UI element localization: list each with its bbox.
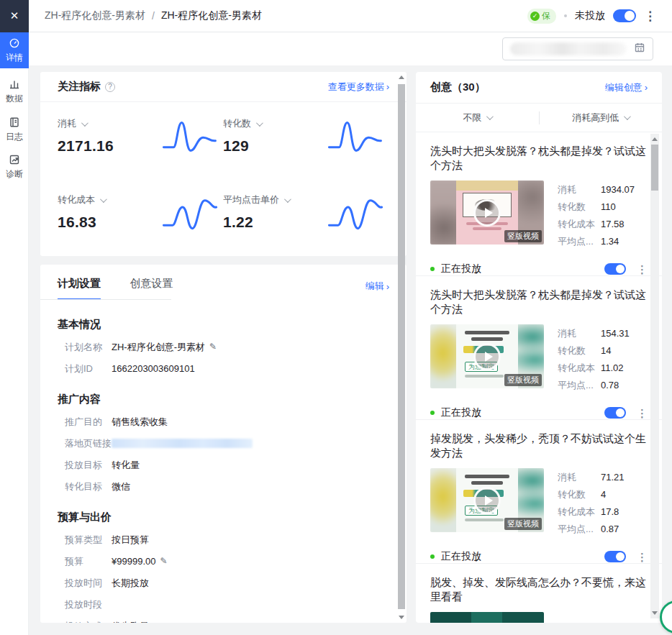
creatives-scrollbar[interactable] [650, 134, 659, 618]
tabs-divider [40, 299, 171, 300]
left-panel-scrollbar[interactable] [397, 72, 406, 623]
stat-label: 转化成本 [558, 219, 601, 229]
stat-value: 1.34 [601, 236, 619, 247]
trend-arrow-icon [9, 154, 20, 165]
field-label: 落地页链接 [65, 437, 112, 449]
creative-stats: 消耗154.31 转化数14 转化成本11.02 平均点...0.78 [558, 324, 630, 397]
delivery-goal-value: 转化量 [112, 459, 140, 471]
metric-card-cost-per-conversion: 转化成本 16.83 [58, 193, 223, 245]
date-range-picker[interactable] [502, 37, 653, 60]
thumbnail-subtext-line [465, 375, 504, 378]
topbar-actions: ✓ 保 未投放 ⋮ [527, 9, 672, 24]
field-row: 推广目的 销售线索收集 [40, 416, 407, 428]
thumbnail-text-lines [456, 472, 518, 485]
creative-video-thumbnail[interactable]: 竖版视频 [430, 181, 544, 245]
promotion-goal-value: 销售线索收集 [112, 416, 168, 428]
field-row: 计划ID 1662203003609101 [40, 362, 407, 375]
view-more-data-label: 查看更多数据 [328, 81, 384, 93]
field-label: 投放方式 [65, 620, 112, 623]
creative-enable-toggle[interactable] [604, 407, 626, 419]
scrollbar-thumb[interactable] [398, 84, 405, 609]
edit-icon[interactable]: ✎ [160, 555, 167, 567]
filter-label: 消耗高到低 [572, 111, 619, 124]
left-nav-sidebar: 详情 数据 日志 诊断 [0, 32, 29, 635]
scroll-down-arrow-icon[interactable] [399, 616, 404, 619]
scroll-down-arrow-icon[interactable] [652, 611, 658, 615]
creative-video-thumbnail[interactable]: 为您制定 竖版视频 [430, 324, 544, 388]
stat-label: 平均点... [558, 236, 601, 247]
metric-label: 消耗 [58, 117, 76, 130]
stat-label: 转化数 [558, 345, 601, 356]
breadcrumb: ZH-程序化创意-男素材 / ZH-程序化创意-男素材 [45, 9, 262, 22]
sidebar-item-label: 详情 [6, 52, 23, 64]
metric-label: 转化数 [223, 117, 251, 130]
field-row: 投放方式 优先跑量 [40, 620, 407, 623]
stat-label: 消耗 [558, 328, 601, 339]
delivery-status-label: 未投放 [575, 9, 605, 22]
creative-card: 洗头时大把头发脱落？枕头都是掉发？试试这个方法 为您制定 竖版视频 消耗154.… [416, 276, 662, 420]
metric-selector[interactable]: 平均点击单价 [223, 193, 289, 206]
chevron-down-icon [100, 196, 107, 203]
sidebar-item-diagnose[interactable]: 诊断 [0, 151, 29, 183]
scrollbar-thumb[interactable] [651, 145, 658, 191]
creative-more-icon[interactable]: ⋮ [637, 408, 648, 419]
play-icon [473, 343, 501, 370]
field-row: 投放时段 [40, 598, 407, 611]
sparkline-chart [161, 191, 219, 234]
creative-stats: 消耗71.21 转化数4 转化成本17.8 平均点...0.87 [558, 468, 625, 541]
scroll-up-arrow-icon[interactable] [399, 76, 404, 79]
creative-video-thumbnail[interactable] [430, 612, 544, 623]
stat-label: 转化数 [558, 201, 601, 212]
section-title-budget: 预算与出价 [58, 511, 389, 524]
sidebar-item-data[interactable]: 数据 [0, 76, 29, 107]
view-more-data-link[interactable]: 查看更多数据 › [328, 81, 389, 93]
creative-more-icon[interactable]: ⋮ [637, 552, 648, 562]
edit-creatives-link[interactable]: 编辑创意 › [605, 81, 648, 94]
metric-selector[interactable]: 转化成本 [58, 193, 105, 206]
sidebar-item-detail[interactable]: 详情 [0, 32, 29, 68]
field-label: 转化目标 [65, 480, 112, 493]
creative-status-label: 正在投放 [441, 406, 481, 419]
metric-selector[interactable]: 转化数 [223, 117, 261, 130]
edit-icon[interactable]: ✎ [209, 341, 217, 353]
stat-label: 消耗 [558, 184, 601, 195]
close-button[interactable]: ✕ [0, 0, 29, 32]
calendar-icon [634, 42, 645, 56]
creative-enable-toggle[interactable] [604, 263, 626, 275]
creative-more-icon[interactable]: ⋮ [637, 264, 648, 275]
sparkline-chart [327, 115, 384, 158]
creative-card: 洗头时大把头发脱落？枕头都是掉发？试试这个方法 竖版视频 消耗1934.07 转… [416, 132, 662, 276]
edit-plan-link[interactable]: 编辑 › [365, 280, 389, 293]
creative-media-row [430, 612, 648, 623]
creatives-header: 创意（30） 编辑创意 › [416, 72, 662, 104]
field-row: 转化目标 微信 [40, 480, 407, 493]
separator-dot-icon [564, 14, 567, 17]
breadcrumb-separator: / [152, 10, 155, 22]
tab-plan-settings[interactable]: 计划设置 [58, 277, 101, 300]
creative-title: 洗头时大把头发脱落？枕头都是掉发？试试这个方法 [430, 288, 648, 316]
tab-creative-settings[interactable]: 创意设置 [130, 277, 173, 300]
metric-selector[interactable]: 消耗 [58, 117, 86, 130]
bar-chart-icon [9, 78, 20, 90]
campaign-enable-toggle[interactable] [613, 9, 636, 22]
help-icon[interactable]: ? [105, 82, 115, 92]
creative-status-row: 正在投放 ⋮ [430, 406, 648, 419]
filter-dropdown-sort[interactable]: 消耗高到低 [540, 111, 663, 124]
creative-status-label: 正在投放 [441, 262, 481, 275]
field-label: 计划名称 [65, 341, 112, 353]
field-value: ¥99999.00 ✎ [112, 555, 168, 567]
plan-settings-panel: 计划设置 创意设置 编辑 › 基本情况 计划名称 ZH-程序化创意-男素材 ✎ … [40, 265, 407, 623]
scroll-up-arrow-icon[interactable] [652, 137, 658, 141]
section-title-basic: 基本情况 [58, 318, 389, 332]
breadcrumb-parent[interactable]: ZH-程序化创意-男素材 [45, 9, 145, 22]
status-dot-icon [430, 411, 435, 415]
creative-video-thumbnail[interactable]: 为您制定 竖版视频 [430, 468, 544, 532]
more-menu-icon[interactable]: ⋮ [644, 10, 656, 22]
metric-label: 平均点击单价 [223, 193, 279, 206]
close-icon: ✕ [10, 9, 19, 22]
filter-dropdown-status[interactable]: 不限 [416, 111, 539, 124]
creative-enable-toggle[interactable] [604, 551, 626, 562]
settings-tabs: 计划设置 创意设置 编辑 › [40, 265, 407, 300]
sidebar-item-log[interactable]: 日志 [0, 114, 29, 145]
section-title-promotion: 推广内容 [58, 393, 389, 406]
